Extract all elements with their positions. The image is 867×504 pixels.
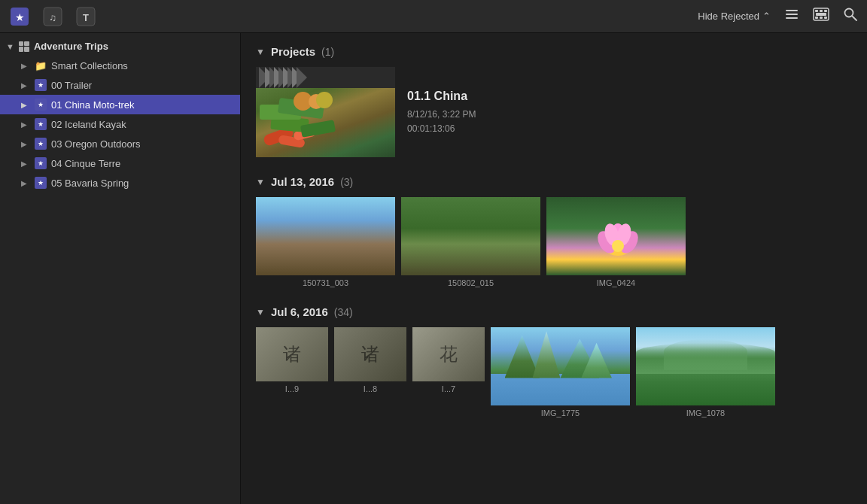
media-label: IMG_1775 — [541, 408, 580, 417]
sidebar-item-label: 01 China Moto-trek — [51, 99, 135, 111]
media-label: 150802_015 — [448, 278, 494, 287]
jul6-media-grid: I...9 I...8 I...7 — [256, 327, 855, 417]
folder-icon: 📁 — [35, 60, 47, 71]
star-badge-icon: ★ — [35, 79, 47, 91]
media-label: IMG_1078 — [686, 408, 725, 417]
toolbar: ★ ♫ T Hide Rejected ⌃ — [0, 0, 867, 33]
media-label: I...8 — [364, 384, 377, 393]
sidebar-item-03-oregon[interactable]: ▶ ★ 03 Oregon Outdoors — [0, 134, 240, 153]
toolbar-right: Hide Rejected ⌃ — [698, 7, 858, 26]
list-item[interactable]: 150731_003 — [256, 197, 395, 287]
sidebar-item-label: 04 Cinque Terre — [51, 158, 120, 169]
sidebar: ▼ Adventure Trips ▶ 📁 Smart Collections … — [0, 33, 241, 504]
media-thumbnail — [334, 327, 406, 381]
sidebar-item-smart-collections[interactable]: ▶ 📁 Smart Collections — [0, 56, 240, 75]
sidebar-item-01-china[interactable]: ▶ ★ 01 China Moto-trek — [0, 95, 240, 114]
sidebar-item-label: 05 Bavaria Spring — [51, 178, 129, 189]
media-thumbnail — [636, 327, 775, 405]
project-duration: 00:01:13:06 — [407, 122, 476, 136]
section-chevron-icon: ▼ — [256, 307, 265, 317]
project-thumbnail — [256, 67, 395, 157]
svg-point-17 — [845, 9, 853, 17]
media-label: IMG_0424 — [597, 278, 635, 287]
list-item[interactable]: I...8 — [334, 327, 406, 417]
chevron-right-icon: ▶ — [21, 140, 30, 148]
svg-rect-14 — [820, 17, 823, 19]
jul6-count: (34) — [334, 306, 353, 318]
svg-rect-11 — [820, 10, 823, 12]
svg-rect-7 — [786, 14, 798, 15]
film-star-icon[interactable]: ★ — [9, 6, 30, 27]
list-view-icon[interactable] — [784, 7, 799, 26]
list-item[interactable]: I...7 — [412, 327, 485, 417]
list-item[interactable]: IMG_1775 — [491, 327, 630, 417]
list-item[interactable]: 150802_015 — [401, 197, 540, 287]
svg-rect-8 — [786, 17, 798, 19]
sidebar-item-02-iceland[interactable]: ▶ ★ 02 Iceland Kayak — [0, 114, 240, 134]
sidebar-item-label: 03 Oregon Outdoors — [51, 138, 141, 150]
projects-section-title: Projects — [271, 45, 315, 58]
media-label: I...9 — [285, 384, 299, 393]
sidebar-item-label: 00 Trailer — [51, 80, 92, 91]
project-item[interactable]: 01.1 China 8/12/16, 3:22 PM 00:01:13:06 — [256, 67, 855, 157]
svg-point-25 — [612, 240, 624, 252]
text-icon[interactable]: T — [75, 6, 96, 27]
list-item[interactable]: IMG_0424 — [546, 197, 686, 287]
jul13-section: ▼ Jul 13, 2016 (3) 150731_003 150802_015 — [256, 175, 855, 287]
hide-rejected-button[interactable]: Hide Rejected ⌃ — [698, 11, 771, 22]
jul6-title: Jul 6, 2016 — [271, 305, 328, 318]
sidebar-root[interactable]: ▼ Adventure Trips — [0, 36, 240, 56]
chevron-strip — [256, 67, 395, 88]
content-area: ▼ Projects (1) — [241, 33, 867, 504]
chevron-right-icon: ▶ — [21, 81, 30, 90]
media-thumbnail — [256, 327, 328, 381]
svg-rect-15 — [824, 17, 827, 19]
media-thumbnail — [256, 197, 395, 275]
hide-rejected-arrow: ⌃ — [762, 11, 771, 22]
list-item[interactable]: IMG_1078 — [636, 327, 775, 417]
project-date: 8/12/16, 3:22 PM — [407, 108, 476, 122]
chevron-right-icon: ▶ — [21, 120, 30, 129]
sidebar-item-04-cinque[interactable]: ▶ ★ 04 Cinque Terre — [0, 153, 240, 173]
music-icon[interactable]: ♫ — [42, 6, 63, 27]
chevron-right-icon: ▶ — [21, 159, 30, 168]
projects-count: (1) — [321, 46, 334, 58]
svg-rect-12 — [824, 10, 827, 12]
media-label: 150731_003 — [303, 278, 348, 287]
svg-text:♫: ♫ — [49, 12, 56, 23]
jul6-section: ▼ Jul 6, 2016 (34) I...9 I...8 I...7 — [256, 305, 855, 417]
media-thumbnail — [412, 327, 485, 381]
jul6-section-header: ▼ Jul 6, 2016 (34) — [256, 305, 855, 318]
list-item[interactable]: I...9 — [256, 327, 328, 417]
star-badge-icon: ★ — [35, 177, 47, 189]
svg-text:T: T — [83, 12, 89, 23]
star-badge-icon: ★ — [35, 99, 47, 111]
svg-rect-16 — [816, 13, 826, 16]
media-thumbnail — [401, 197, 540, 275]
media-label: I...7 — [442, 384, 455, 393]
toolbar-left: ★ ♫ T — [9, 6, 96, 27]
chevron-right-icon: ▶ — [21, 179, 30, 187]
jul13-media-grid: 150731_003 150802_015 — [256, 197, 855, 287]
hide-rejected-label: Hide Rejected — [698, 11, 759, 22]
sidebar-item-00-trailer[interactable]: ▶ ★ 00 Trailer — [0, 75, 240, 95]
media-thumbnail — [546, 197, 686, 275]
filmstrip-icon[interactable] — [813, 8, 829, 25]
jul13-title: Jul 13, 2016 — [271, 175, 334, 188]
chevron-down-icon: ▼ — [6, 42, 14, 51]
svg-line-18 — [853, 17, 857, 21]
grid-icon — [19, 41, 29, 52]
sidebar-item-label: Smart Collections — [51, 60, 128, 71]
project-name: 01.1 China — [407, 90, 476, 103]
search-icon[interactable] — [843, 7, 858, 26]
section-chevron-icon: ▼ — [256, 177, 265, 187]
section-chevron-icon: ▼ — [256, 47, 265, 57]
sidebar-item-05-bavaria[interactable]: ▶ ★ 05 Bavaria Spring — [0, 173, 240, 193]
svg-rect-6 — [786, 10, 798, 11]
project-info: 01.1 China 8/12/16, 3:22 PM 00:01:13:06 — [407, 67, 476, 136]
projects-section-header: ▼ Projects (1) — [256, 45, 855, 58]
project-meta: 8/12/16, 3:22 PM 00:01:13:06 — [407, 108, 476, 136]
star-badge-icon: ★ — [35, 157, 47, 169]
sidebar-root-label: Adventure Trips — [34, 41, 108, 52]
chevron-right-icon: ▶ — [21, 62, 30, 70]
